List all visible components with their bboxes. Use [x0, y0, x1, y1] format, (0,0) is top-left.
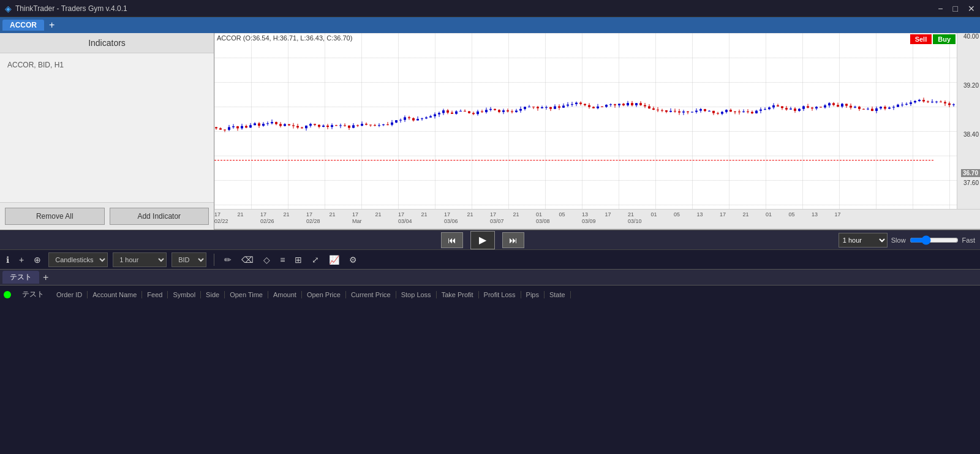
- col-pips: Pips: [521, 291, 545, 298]
- status-dot: [4, 291, 11, 298]
- crosshair-button[interactable]: ⊕: [31, 254, 43, 266]
- col-feed: Feed: [142, 291, 168, 298]
- close-button[interactable]: ✕: [968, 4, 975, 13]
- order-table-headers: Order ID Account Name Feed Symbol Side O…: [51, 291, 976, 298]
- col-take-profit: Take Profit: [437, 291, 479, 298]
- remove-all-button[interactable]: Remove All: [5, 208, 105, 225]
- maximize-button[interactable]: □: [953, 4, 958, 13]
- info-button[interactable]: ℹ: [4, 254, 12, 266]
- charts-container: ACCOR (O:36.54, H:36.71, L:36.43, C:36.7…: [214, 33, 980, 230]
- col-profit-loss: Profit Loss: [479, 291, 521, 298]
- speed-control: 1 hour 1 minute 5 minutes 15 minutes 30 …: [839, 233, 975, 248]
- indicators-content: ACCOR, BID, H1: [0, 53, 214, 202]
- main-chart-sell-buy: Sell Buy: [910, 34, 956, 44]
- tab-add-button[interactable]: +: [45, 20, 58, 31]
- main-buy-button[interactable]: Buy: [933, 34, 956, 44]
- app-title: ThinkTrader - Traders Gym v.4.0.1: [15, 4, 127, 13]
- tab-accor[interactable]: ACCOR: [2, 20, 44, 31]
- main-chart-symbol-info: ACCOR (O:36.54, H:36.71, L:36.43, C:36.7…: [217, 34, 352, 42]
- shapes-button[interactable]: ◇: [261, 254, 273, 266]
- add-chart-button[interactable]: +: [17, 254, 26, 266]
- col-side: Side: [201, 291, 225, 298]
- main-chart-header: ACCOR (O:36.54, H:36.71, L:36.43, C:36.7…: [217, 34, 352, 42]
- price-label-1: 40.00: [957, 33, 980, 40]
- playback-controls: ⏮ ▶ ⏭: [132, 231, 834, 249]
- title-bar-controls: − □ ✕: [938, 4, 975, 13]
- price-label-3: 38.40: [957, 131, 980, 138]
- pencil-button[interactable]: ✏: [222, 254, 234, 266]
- indicators-panel: Indicators ACCOR, BID, H1 Remove All Add…: [0, 33, 214, 230]
- settings-button[interactable]: ⚙: [347, 254, 360, 266]
- skip-back-button[interactable]: ⏮: [441, 232, 463, 248]
- slow-label: Slow: [891, 236, 906, 244]
- chart-mode-button[interactable]: 📈: [326, 254, 342, 266]
- price-label-4: 37.60: [957, 180, 980, 186]
- title-bar-left: ◈ ThinkTrader - Traders Gym v.4.0.1: [5, 4, 127, 13]
- app-icon: ◈: [5, 4, 12, 13]
- col-state: State: [545, 291, 571, 298]
- chart-area: Indicators ACCOR, BID, H1 Remove All Add…: [0, 33, 980, 230]
- status-bar: テスト Order ID Account Name Feed Symbol Si…: [0, 285, 980, 303]
- fast-label: Fast: [962, 236, 975, 244]
- main-chart-bg: [214, 33, 957, 209]
- col-stop-loss: Stop Loss: [396, 291, 437, 298]
- indicators-title: Indicators: [0, 33, 214, 53]
- title-bar: ◈ ThinkTrader - Traders Gym v.4.0.1 − □ …: [0, 0, 980, 17]
- status-label: テスト: [15, 289, 51, 300]
- indicators-bottom: Remove All Add Indicator: [0, 202, 214, 230]
- col-order-id: Order ID: [51, 291, 88, 298]
- eraser-button[interactable]: ⌫: [239, 254, 256, 266]
- main-current-price: 36.70: [961, 169, 980, 177]
- minimize-button[interactable]: −: [938, 4, 943, 13]
- sub-charts: Sell Buy 37.60 37.20 36.80 36.40 36.70 B…: [214, 229, 980, 230]
- skip-forward-button[interactable]: ⏭: [502, 232, 524, 248]
- lines-button[interactable]: ≡: [277, 254, 287, 266]
- main-chart: ACCOR (O:36.54, H:36.71, L:36.43, C:36.7…: [214, 33, 980, 229]
- chart-toolbar: ℹ + ⊕ Candlesticks Bars Line Area 1 hour…: [0, 249, 980, 269]
- col-open-time: Open Time: [225, 291, 268, 298]
- col-amount: Amount: [268, 291, 302, 298]
- bottom-tab-add[interactable]: +: [39, 272, 52, 283]
- playback-toolbar: ⏮ ▶ ⏭ 1 hour 1 minute 5 minutes 15 minut…: [0, 230, 980, 249]
- play-button[interactable]: ▶: [470, 231, 495, 249]
- chart-type-select[interactable]: Candlesticks Bars Line Area: [48, 252, 108, 267]
- grid-button[interactable]: ⊞: [292, 254, 304, 266]
- price-label-2: 39.20: [957, 82, 980, 89]
- col-account-name: Account Name: [88, 291, 142, 298]
- col-open-price: Open Price: [302, 291, 346, 298]
- main-price-axis: 40.00 39.20 38.40 37.60: [957, 33, 980, 229]
- bottom-tab-bar: テスト +: [0, 269, 980, 285]
- indicators-symbol: ACCOR, BID, H1: [5, 58, 209, 72]
- add-indicator-button[interactable]: Add Indicator: [110, 208, 209, 225]
- move-button[interactable]: ⤢: [309, 254, 322, 266]
- speed-slider[interactable]: [910, 235, 959, 245]
- main-time-axis: 17211721 17211721 17211721 17210105 1317…: [214, 209, 980, 229]
- col-current-price: Current Price: [346, 291, 396, 298]
- timeframe-select[interactable]: 1 hour 1 minute 5 minutes 15 minutes 30 …: [839, 233, 888, 248]
- tab-bar: ACCOR +: [0, 17, 980, 33]
- feed-select[interactable]: BID ASK MID: [172, 252, 206, 267]
- col-symbol: Symbol: [168, 291, 201, 298]
- timeframe-toolbar-select[interactable]: 1 hour 1 minute 5 minutes 15 minutes 30 …: [113, 252, 167, 267]
- main-sell-button[interactable]: Sell: [910, 34, 932, 44]
- bottom-tab-test[interactable]: テスト: [2, 271, 39, 284]
- main-chart-canvas: [214, 45, 957, 209]
